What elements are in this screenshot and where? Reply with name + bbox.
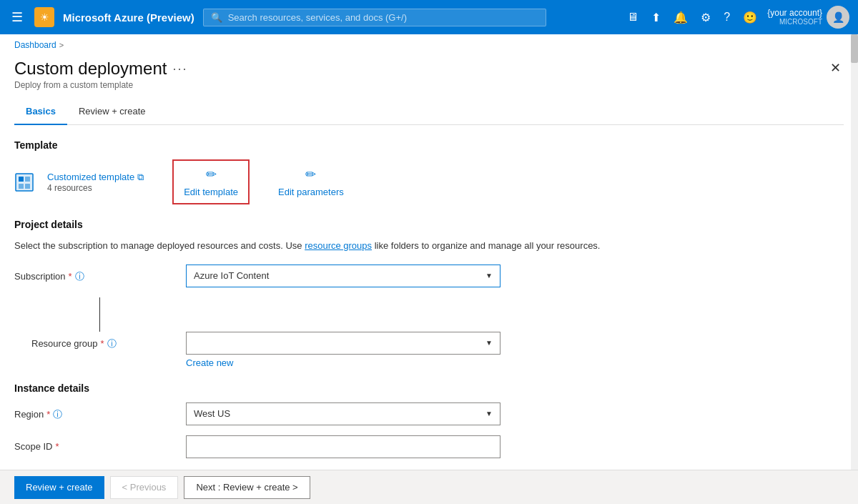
region-select[interactable]: West US ▼ [186,402,500,425]
subscription-label-col: Subscription * ⓘ [14,265,186,283]
scrollbar-thumb[interactable] [851,34,858,63]
resource-group-required: * [101,338,104,349]
app-title: Microsoft Azure (Preview) [63,11,194,24]
page-subtitle: Deploy from a custom template [14,80,187,90]
connector-line [99,297,100,332]
page-header: Custom deployment ··· Deploy from a cust… [0,56,858,99]
edit-template-icon: ✏ [206,167,217,182]
template-icon [14,169,40,195]
edit-parameters-button[interactable]: ✏ Edit parameters [267,159,355,204]
region-control: West US ▼ [186,402,844,425]
subscription-arrow-icon: ▼ [485,272,493,280]
resource-group-select[interactable]: ▼ [186,332,500,355]
svg-rect-3 [19,184,24,189]
instance-details-title: Instance details [14,382,844,394]
resource-groups-link[interactable]: resource groups [305,240,372,251]
subscription-value: Azure IoT Content [194,270,269,281]
scope-id-label-col: Scope ID * [14,435,186,452]
resource-group-label: Resource group [31,338,98,349]
svg-rect-4 [25,177,30,182]
resource-group-info-icon[interactable]: ⓘ [107,337,117,350]
search-icon: 🔍 [211,12,222,23]
template-actions: ✏ Edit template ✏ Edit parameters [172,159,355,204]
region-row: Region * ⓘ West US ▼ [14,402,844,425]
search-input[interactable] [228,12,538,23]
template-section-title: Template [14,139,844,151]
help-icon[interactable]: ? [721,8,733,26]
scope-id-control [186,435,844,458]
avatar[interactable]: 👤 [827,6,849,29]
region-required: * [46,409,50,420]
subscription-select[interactable]: Azure IoT Content ▼ [186,265,500,287]
subscription-label: Subscription [14,271,66,282]
scrollbar-track[interactable] [851,34,858,458]
azure-logo: ☀ [34,7,54,27]
region-arrow-icon: ▼ [485,410,493,417]
template-info: Customized template ⧉ 4 resources [14,169,144,195]
subscription-row: Subscription * ⓘ Azure IoT Content ▼ [14,265,844,287]
svg-rect-2 [19,177,24,182]
account-menu[interactable]: {your account} MICROSOFT 👤 [767,6,849,29]
project-details-section: Project details Select the subscription … [14,219,844,368]
top-nav: ☰ ☀ Microsoft Azure (Preview) 🔍 🖥 ⬆ 🔔 ⚙ … [0,0,858,34]
svg-rect-0 [16,174,33,191]
edit-template-button[interactable]: ✏ Edit template [172,159,250,204]
project-desc: Select the subscription to manage deploy… [14,239,844,253]
region-info-icon[interactable]: ⓘ [53,408,62,421]
create-new-link[interactable]: Create new [186,357,233,368]
template-details: Customized template ⧉ 4 resources [47,172,144,193]
subscription-required: * [69,271,72,282]
tab-bar: Basics Review + create [14,99,844,125]
close-button[interactable]: ✕ [827,59,844,77]
feedback-icon[interactable]: 🙂 [740,8,760,27]
edit-parameters-label: Edit parameters [278,187,344,197]
search-bar[interactable]: 🔍 [203,9,546,26]
template-name-link[interactable]: Customized template ⧉ [47,172,144,183]
page-header-left: Custom deployment ··· Deploy from a cust… [14,59,187,90]
page-title: Custom deployment ··· [14,59,187,79]
subscription-info-icon[interactable]: ⓘ [75,270,84,283]
resource-group-row: Resource group * ⓘ ▼ Create new [14,332,844,368]
external-link-icon: ⧉ [137,172,144,183]
instance-details-section: Instance details Region * ⓘ West US ▼ Sc… [14,382,844,459]
breadcrumb-separator: > [59,41,64,49]
resource-group-label-col: Resource group * ⓘ [14,332,186,350]
upload-icon[interactable]: ⬆ [649,8,664,27]
more-options-button[interactable]: ··· [172,61,187,76]
nav-icons: 🖥 ⬆ 🔔 ⚙ ? 🙂 {your account} MICROSOFT 👤 [624,6,849,29]
hamburger-menu[interactable]: ☰ [9,6,26,28]
region-value: West US [194,408,230,419]
template-section: Template Customized template [14,139,844,204]
breadcrumb: Dashboard > [0,34,858,56]
scope-id-input[interactable] [186,435,500,458]
settings-icon[interactable]: ⚙ [698,8,714,27]
scope-id-required: * [55,441,59,452]
edit-template-label: Edit template [184,187,238,197]
subscription-control: Azure IoT Content ▼ [186,265,844,287]
resource-group-control: ▼ Create new [186,332,844,368]
template-resources: 4 resources [47,183,144,193]
breadcrumb-dashboard[interactable]: Dashboard [14,40,56,50]
svg-rect-5 [25,184,30,189]
scope-id-row: Scope ID * [14,435,844,458]
scope-id-label: Scope ID [14,441,52,452]
region-label-col: Region * ⓘ [14,402,186,421]
tab-review-create[interactable]: Review + create [67,99,157,125]
tab-basics[interactable]: Basics [14,99,67,125]
main-content: Basics Review + create Template [0,99,858,458]
notification-icon[interactable]: 🔔 [671,8,691,27]
region-label: Region [14,409,44,420]
template-row: Customized template ⧉ 4 resources ✏ Edit… [14,159,844,204]
project-details-title: Project details [14,219,844,230]
resource-group-arrow-icon: ▼ [485,339,493,347]
edit-parameters-icon: ✏ [305,167,316,182]
portal-icon[interactable]: 🖥 [624,8,641,26]
connector [14,297,844,332]
account-name: {your account} MICROSOFT [767,8,822,26]
